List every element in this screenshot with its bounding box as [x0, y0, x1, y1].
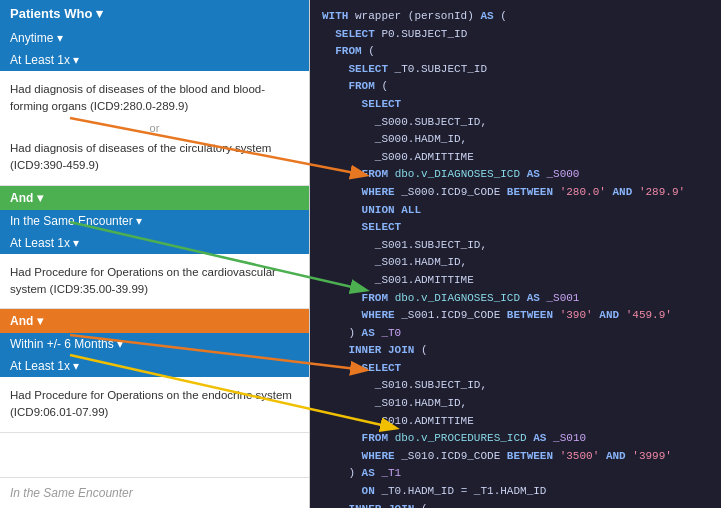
condition-2-text: Had diagnosis of diseases of the circula…: [10, 142, 271, 171]
and-section-2[interactable]: And ▾: [0, 309, 309, 333]
condition-3-text: Had Procedure for Operations on the card…: [10, 266, 276, 295]
same-encounter-bar[interactable]: In the Same Encounter ▾: [0, 210, 309, 232]
atleast1c-label: At Least 1x ▾: [10, 359, 79, 373]
and-section-1[interactable]: And ▾: [0, 186, 309, 210]
or-divider: or: [10, 120, 299, 137]
atleast1-bar[interactable]: At Least 1x ▾: [0, 49, 309, 71]
condition-1-text: Had diagnosis of diseases of the blood a…: [10, 83, 265, 112]
code-panel[interactable]: WITH wrapper (personId) AS ( SELECT P0.S…: [310, 0, 721, 508]
condition-block-2: Had Procedure for Operations on the card…: [0, 254, 309, 310]
atleast1b-bar[interactable]: At Least 1x ▾: [0, 232, 309, 254]
atleast1b-label: At Least 1x ▾: [10, 236, 79, 250]
within-label: Within +/- 6 Months ▾: [10, 337, 123, 351]
within-bar[interactable]: Within +/- 6 Months ▾: [0, 333, 309, 355]
placeholder-label: In the Same Encounter: [10, 486, 133, 500]
same-encounter-label: In the Same Encounter ▾: [10, 214, 142, 228]
condition-block-3: Had Procedure for Operations on the endo…: [0, 377, 309, 433]
anytime-bar[interactable]: Anytime ▾: [0, 27, 309, 49]
and-2-label: And ▾: [10, 314, 43, 328]
atleast1-label: At Least 1x ▾: [10, 53, 79, 67]
condition-4-text: Had Procedure for Operations on the endo…: [10, 389, 292, 418]
left-panel: Patients Who ▾ Anytime ▾ At Least 1x ▾ H…: [0, 0, 310, 508]
condition-block-1: Had diagnosis of diseases of the blood a…: [0, 71, 309, 186]
atleast1c-bar[interactable]: At Least 1x ▾: [0, 355, 309, 377]
page-wrapper: Patients Who ▾ Anytime ▾ At Least 1x ▾ H…: [0, 0, 721, 508]
and-1-label: And ▾: [10, 191, 43, 205]
patients-who-label: Patients Who ▾: [10, 6, 103, 21]
patients-who-header[interactable]: Patients Who ▾: [0, 0, 309, 27]
placeholder-bar: In the Same Encounter: [0, 477, 309, 508]
anytime-label: Anytime ▾: [10, 31, 63, 45]
